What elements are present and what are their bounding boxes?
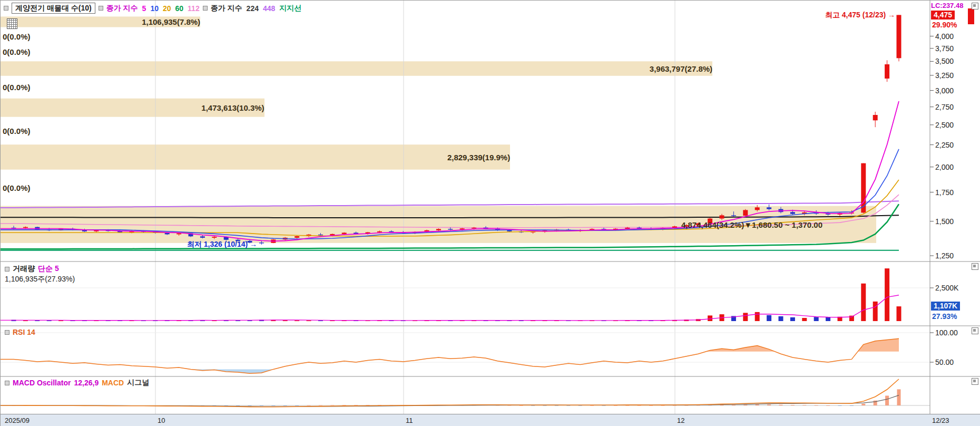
legend-bullet (5, 330, 9, 335)
support-line-label: 지지선 (279, 4, 301, 13)
ma-legend-2: 종가 지수 224 448 지지선 (211, 4, 302, 13)
volume-profile-bar (1, 144, 510, 170)
high-annotation: 최고 4,475 (12/23) → (825, 11, 895, 20)
price-change-percent: 29.90% (932, 21, 957, 29)
macd-oscillator-label: MACD Oscillator (13, 379, 71, 387)
macd-panel-header: MACD Oscillator 12,26,9 MACD 시그널 (5, 378, 149, 388)
ma-period-112: 112 (188, 4, 200, 13)
ma-period-20: 20 (163, 4, 171, 13)
volume-profile-bar (1, 16, 200, 27)
chart-canvas[interactable] (1, 1, 980, 426)
legend-bullet (5, 267, 9, 272)
current-volume-box: 1,107K (931, 302, 960, 311)
volume-today-label: 1,106,935주(27.93%) (5, 275, 75, 284)
volume-profile-settings-icon[interactable] (7, 18, 17, 29)
ma-period-448: 448 (263, 4, 275, 13)
panel-icon[interactable] (972, 327, 978, 334)
panel-icon[interactable] (972, 3, 978, 9)
x-axis-label: 12/23 (932, 417, 949, 424)
stock-title-box[interactable]: 계양전기 매물대 수(10) (12, 3, 95, 14)
volume-profile-bar (1, 61, 712, 76)
ma-legend-1: 종가 지수 5 10 20 60 112 (106, 4, 200, 13)
legend-bullet (4, 6, 8, 11)
x-axis-label: 2025/09 (5, 417, 30, 424)
rsi-100-label: 100.00 (935, 328, 958, 337)
x-axis-label: 12 (677, 417, 684, 424)
volume-profile-bar (1, 99, 264, 117)
ma-period-224: 224 (247, 4, 259, 13)
legend-label: 종가 지수 (106, 4, 138, 13)
macd-params: 12,26,9 (74, 379, 99, 387)
x-axis-label: 11 (406, 417, 413, 424)
volume-change-percent: 27.93% (932, 312, 957, 321)
ma-period-5: 5 (142, 4, 146, 13)
rsi-panel-header: RSI 14 (5, 328, 35, 336)
volume-ma-label: 단순 5 (38, 264, 59, 274)
volume-label: 거래량 (13, 264, 35, 274)
ma-period-60: 60 (175, 4, 184, 13)
x-axis-label: 10 (158, 417, 165, 424)
current-price-box: 4,475 (931, 11, 955, 20)
low-annotation: 최저 1,326 (10/14) → (187, 240, 257, 249)
legend-label: 종가 지수 (211, 4, 242, 13)
macd-signal-label: 시그널 (127, 378, 149, 388)
main-chart-header: 계양전기 매물대 수(10) 종가 지수 5 10 20 60 112 종가 지… (4, 3, 301, 14)
lc-indicator: LC:237.48 (931, 2, 963, 9)
legend-bullet (99, 6, 103, 11)
panel-icon[interactable] (972, 378, 978, 385)
rsi-label: RSI 14 (13, 328, 35, 336)
panel-icon[interactable] (972, 263, 978, 270)
ma-period-10: 10 (150, 4, 159, 13)
legend-bullet (5, 381, 9, 385)
stock-chart-window: 4,0003,7503,5003,2503,0002,7502,5002,250… (0, 0, 980, 426)
rsi-50-label: 50.00 (935, 358, 954, 366)
legend-bullet (203, 6, 208, 11)
volume-grid-label: 2,500K (935, 284, 958, 292)
volume-panel-header: 거래량 단순 5 (5, 264, 59, 274)
x-axis-bar: 2025/09 10 11 12 12/23 (1, 414, 980, 426)
macd-label: MACD (102, 379, 124, 387)
